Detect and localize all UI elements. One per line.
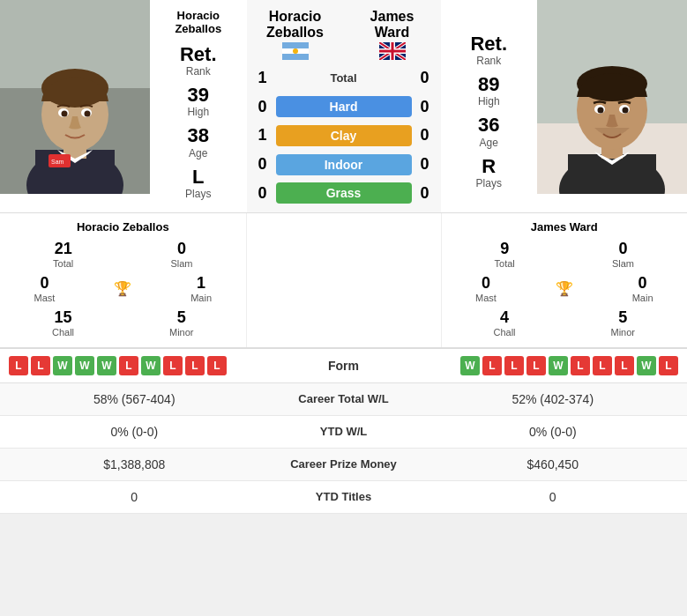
form-badge-l: L [163, 356, 183, 375]
grass-score-row: 0 Grass 0 [247, 179, 441, 208]
form-badge-l: L [593, 356, 612, 375]
left-ytd-titles: 0 [13, 490, 256, 504]
form-badge-w: W [460, 356, 480, 375]
left-mast-lbl: Mast [34, 293, 55, 303]
left-total-lbl: Total [53, 258, 73, 269]
player-detailed-stats: Horacio Zeballos 21 Total 0 Slam 0 Mast … [0, 213, 687, 349]
right-trophy-icon: 🏆 [556, 280, 573, 297]
career-wl-row: 58% (567-404) Career Total W/L 52% (402-… [0, 383, 687, 416]
main-container: Sam Horacio Zeballos Ret. Rank 39 High 3… [0, 0, 687, 514]
right-player-stats: Ret. Rank 89 High 36 Age R Plays [441, 0, 538, 212]
left-player-name: Horacio Zeballos [154, 9, 243, 35]
form-badge-l: L [207, 356, 227, 375]
form-badge-w: W [97, 356, 116, 375]
left-high-label: High [187, 106, 209, 118]
right-plays-box: R Plays [476, 156, 502, 189]
bottom-section: LLWWWLWLLL Form WLLLWLLLWL 58% (567-404)… [0, 349, 687, 514]
right-plays-value: R [482, 156, 496, 177]
left-trophy-icon: 🏆 [114, 280, 131, 297]
right-chall-lbl: Chall [493, 327, 515, 338]
form-badge-l: L [526, 356, 546, 375]
indoor-score-right: 0 [416, 155, 434, 174]
indoor-score-row: 0 Indoor 0 [247, 150, 441, 179]
form-badge-l: L [615, 356, 634, 375]
form-badge-w: W [549, 356, 568, 375]
left-career-wl: 58% (567-404) [13, 392, 256, 406]
right-slam-val: 0 [618, 240, 627, 258]
ytd-wl-label: YTD W/L [256, 425, 432, 438]
clay-score-row: 1 Clay 0 [247, 122, 441, 151]
top-section: Sam Horacio Zeballos Ret. Rank 39 High 3… [0, 0, 687, 213]
ytd-titles-label: YTD Titles [256, 490, 432, 503]
form-badge-l: L [659, 356, 678, 375]
right-high-label: High [478, 95, 500, 108]
left-slam-lbl: Slam [170, 258, 192, 269]
form-badge-l: L [504, 356, 524, 375]
total-score-right: 0 [416, 69, 434, 87]
right-slam-lbl: Slam [612, 258, 634, 269]
ytd-wl-row: 0% (0-0) YTD W/L 0% (0-0) [0, 416, 687, 449]
total-score-left: 1 [254, 69, 272, 87]
left-total-val: 21 [55, 240, 72, 258]
right-mast-lbl: Mast [475, 293, 497, 303]
prize-label: Career Prize Money [256, 457, 432, 471]
left-rank-box: Ret. Rank [180, 44, 217, 78]
left-high-value: 39 [188, 85, 209, 106]
svg-rect-13 [282, 42, 309, 48]
left-age-value: 38 [188, 125, 209, 146]
right-player-name-center: James Ward [353, 9, 432, 63]
form-badge-l: L [31, 356, 50, 375]
right-player-name-lower: James Ward [531, 220, 598, 234]
right-plays-label: Plays [476, 177, 502, 189]
hard-score-right: 0 [416, 98, 434, 116]
form-badge-l: L [119, 356, 138, 375]
clay-score-left: 1 [254, 126, 272, 145]
svg-text:Sam: Sam [51, 159, 64, 165]
left-slam-val: 0 [177, 240, 186, 258]
right-rank-value: Ret. [470, 33, 507, 55]
right-minor-lbl: Minor [611, 327, 636, 338]
right-player-photo [537, 0, 687, 194]
form-badge-w: W [75, 356, 94, 375]
left-player-name-center: Horacio Zeballos [256, 9, 335, 63]
svg-rect-15 [282, 54, 309, 60]
grass-score-right: 0 [416, 184, 434, 203]
hard-label: Hard [276, 96, 412, 117]
left-rank-value: Ret. [180, 44, 217, 65]
left-age-box: 38 Age [188, 125, 209, 159]
left-plays-value: L [192, 167, 204, 188]
form-label: Form [300, 359, 388, 373]
left-rank-label: Rank [186, 65, 211, 78]
form-badge-l: L [9, 356, 28, 375]
left-player-photo: Sam [0, 0, 150, 194]
indoor-label: Indoor [276, 154, 412, 175]
left-age-label: Age [189, 147, 207, 160]
form-badge-w: W [141, 356, 161, 375]
left-minor-val: 5 [177, 308, 186, 327]
right-age-box: 36 Age [478, 115, 499, 148]
clay-label: Clay [276, 125, 412, 146]
grass-label: Grass [276, 182, 412, 204]
right-high-box: 89 High [478, 74, 500, 108]
right-total-lbl: Total [495, 258, 515, 269]
left-prize: $1,388,808 [13, 457, 256, 471]
right-ytd-wl: 0% (0-0) [432, 425, 675, 439]
svg-rect-21 [568, 154, 656, 194]
total-score-row: 1 Total 0 [247, 63, 441, 93]
left-chall-lbl: Chall [52, 327, 74, 338]
career-wl-label: Career Total W/L [256, 392, 432, 405]
right-prize: $460,450 [432, 457, 675, 471]
right-main-val: 0 [638, 274, 647, 293]
svg-point-28 [623, 108, 629, 114]
ytd-titles-row: 0 YTD Titles 0 [0, 481, 687, 514]
clay-score-right: 0 [416, 126, 434, 145]
right-main-lbl: Main [632, 293, 653, 303]
form-badge-w: W [53, 356, 72, 375]
right-high-value: 89 [478, 74, 499, 95]
right-career-wl: 52% (402-374) [432, 392, 675, 406]
prize-row: $1,388,808 Career Prize Money $460,450 [0, 449, 687, 481]
right-rank-label: Rank [476, 55, 501, 67]
svg-point-16 [293, 48, 298, 54]
left-chall-val: 15 [54, 308, 71, 327]
left-main-val: 1 [197, 274, 205, 293]
